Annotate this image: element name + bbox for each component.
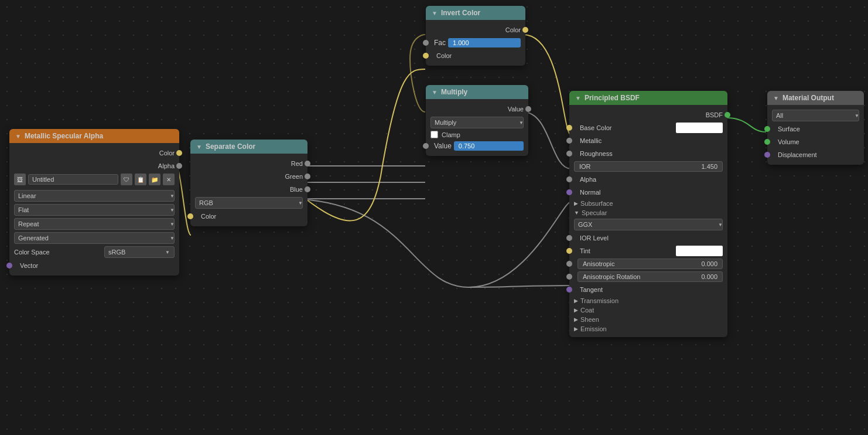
extension-row: Repeat: [9, 217, 179, 231]
invert-output-color-socket[interactable]: [522, 27, 528, 33]
multiply-node-header: ▼ Multiply: [426, 85, 528, 99]
anisotropic-rotation-field[interactable]: Anisotropic Rotation 0.000: [577, 271, 723, 282]
emission-toggle[interactable]: ▶ Emission: [569, 324, 727, 334]
invert-output-color-row: Color: [426, 23, 525, 36]
roughness-row: Roughness: [569, 147, 727, 160]
color-space-label: Color Space: [14, 249, 50, 256]
anisotropic-field[interactable]: Anisotropic 0.000: [577, 259, 723, 269]
invert-input-color-socket[interactable]: [423, 53, 429, 59]
shield-btn[interactable]: 🛡: [121, 174, 132, 185]
subsurface-toggle[interactable]: ▶ Subsurface: [569, 199, 727, 208]
multiply-node-title: Multiply: [441, 88, 467, 96]
base-color-swatch[interactable]: [676, 123, 723, 133]
output-alpha-row: Alpha: [9, 159, 179, 172]
metallic-socket[interactable]: [566, 138, 572, 144]
bsdf-output-row: BSDF: [569, 108, 727, 121]
input-color-socket[interactable]: [187, 213, 193, 219]
close-btn[interactable]: ✕: [163, 174, 175, 185]
collapse-arrow-output[interactable]: ▼: [773, 95, 779, 101]
blend-type-select[interactable]: Multiply: [430, 117, 524, 128]
displacement-socket[interactable]: [764, 152, 770, 158]
output-alpha-label: Alpha: [14, 162, 175, 169]
output-red-socket[interactable]: [305, 161, 310, 166]
anisotropic-socket[interactable]: [566, 261, 572, 267]
metallic-label: Metallic: [574, 137, 723, 144]
tint-swatch[interactable]: [676, 246, 723, 256]
ior-level-socket[interactable]: [566, 235, 572, 241]
output-green-socket[interactable]: [305, 174, 310, 179]
mode-select[interactable]: RGB: [195, 197, 303, 209]
bsdf-node-title: Principled BSDF: [585, 94, 640, 102]
output-green-row: Green: [190, 170, 307, 183]
ior-value: 1.450: [701, 163, 717, 170]
projection-select[interactable]: Flat: [14, 204, 175, 216]
clamp-label: Clamp: [442, 131, 460, 138]
coat-arrow: ▶: [574, 307, 578, 313]
specular-arrow: ▼: [574, 210, 579, 216]
invert-node-header: ▼ Invert Color: [426, 6, 525, 20]
volume-socket[interactable]: [764, 139, 770, 145]
displacement-label: Displacement: [772, 151, 859, 158]
base-color-socket[interactable]: [566, 125, 572, 131]
anisotropic-rotation-label: Anisotropic Rotation: [583, 273, 640, 280]
ior-level-label: IOR Level: [574, 235, 723, 242]
tangent-socket[interactable]: [566, 287, 572, 293]
vector-socket[interactable]: [6, 263, 12, 269]
transmission-toggle[interactable]: ▶ Transmission: [569, 296, 727, 305]
interpolation-select[interactable]: Linear: [14, 190, 175, 202]
specular-label: Specular: [582, 209, 607, 216]
collapse-arrow-separate[interactable]: ▼: [196, 144, 202, 150]
collapse-arrow-invert[interactable]: ▼: [432, 10, 438, 16]
bsdf-output-socket[interactable]: [725, 112, 730, 118]
base-color-label: Base Color: [574, 124, 676, 131]
anisotropic-rotation-socket[interactable]: [566, 274, 572, 280]
multiply-output-socket[interactable]: [525, 106, 531, 112]
alpha-socket[interactable]: [566, 176, 572, 182]
value-input-socket[interactable]: [423, 143, 429, 149]
color-space-row: Color Space sRGB: [9, 245, 179, 259]
coat-toggle[interactable]: ▶ Coat: [569, 305, 727, 315]
fac-socket[interactable]: [423, 40, 429, 46]
separate-node-title: Separate Color: [206, 142, 255, 151]
texture-header-row: 🖼 Untitled 🛡 📋 📁 ✕: [9, 172, 179, 186]
distribution-select[interactable]: GGX: [574, 219, 723, 230]
invert-color-node: ▼ Invert Color Color Fac 1.000 Color: [426, 6, 525, 66]
surface-socket[interactable]: [764, 126, 770, 132]
output-blue-socket[interactable]: [305, 186, 310, 192]
roughness-socket[interactable]: [566, 151, 572, 157]
invert-input-color-row: Color: [426, 49, 525, 62]
ior-field[interactable]: IOR 1.450: [574, 161, 723, 172]
invert-node-title: Invert Color: [441, 9, 480, 17]
output-dropdown[interactable]: All: [772, 110, 859, 121]
metallic-node-header: ▼ Metallic Specular Alpha: [9, 129, 179, 143]
output-color-socket[interactable]: [176, 150, 182, 156]
value-input-field[interactable]: 0.750: [454, 141, 524, 151]
collapse-arrow-multiply[interactable]: ▼: [432, 89, 438, 96]
ior-row: IOR 1.450: [569, 160, 727, 173]
source-select[interactable]: Generated: [14, 232, 175, 244]
bsdf-output-label: BSDF: [574, 111, 723, 118]
tint-socket[interactable]: [566, 248, 572, 254]
anisotropic-row: Anisotropic 0.000: [569, 257, 727, 270]
normal-socket[interactable]: [566, 189, 572, 195]
output-alpha-socket[interactable]: [176, 163, 182, 169]
clamp-checkbox[interactable]: [430, 131, 438, 138]
output-node-title: Material Output: [782, 94, 834, 102]
browse-btn[interactable]: 📁: [149, 174, 160, 185]
copy-btn[interactable]: 📋: [135, 174, 146, 185]
extension-select[interactable]: Repeat: [14, 218, 175, 230]
collapse-arrow-bsdf[interactable]: ▼: [575, 95, 581, 101]
surface-label: Surface: [772, 125, 859, 132]
specular-toggle[interactable]: ▼ Specular: [569, 208, 727, 217]
collapse-arrow[interactable]: ▼: [15, 133, 21, 140]
sheen-toggle[interactable]: ▶ Sheen: [569, 315, 727, 324]
clamp-row: Clamp: [426, 130, 528, 140]
roughness-label: Roughness: [574, 150, 723, 157]
image-name-field[interactable]: Untitled: [28, 174, 118, 185]
blend-type-row: Multiply: [426, 115, 528, 130]
fac-value-field[interactable]: 1.000: [448, 38, 521, 47]
tangent-label: Tangent: [574, 286, 723, 293]
output-blue-label: Blue: [195, 186, 303, 193]
color-space-select[interactable]: sRGB: [104, 246, 175, 258]
multiply-output-label: Value: [430, 106, 524, 113]
